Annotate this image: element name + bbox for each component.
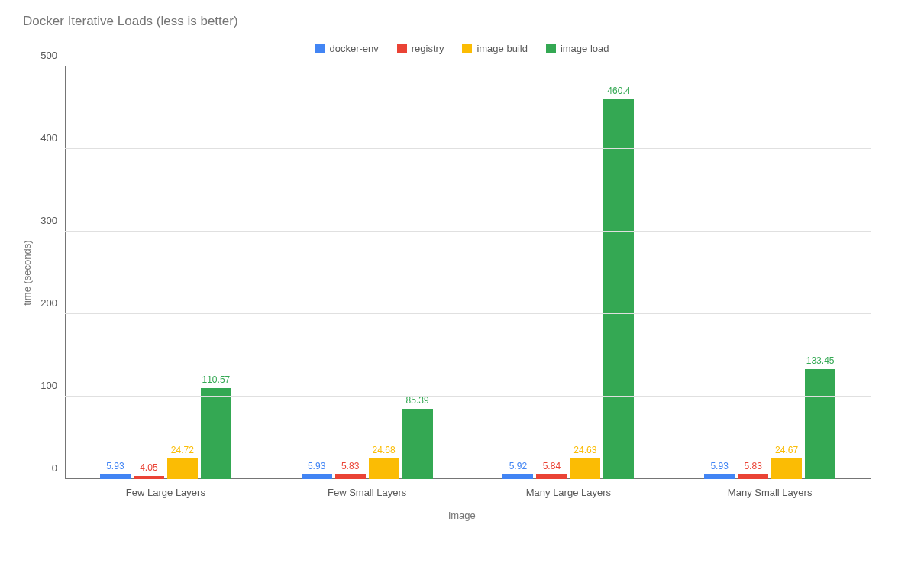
- y-axis-label: time (seconds): [21, 240, 33, 305]
- bar: 5.84: [536, 474, 567, 479]
- gridline: [65, 396, 871, 397]
- legend-item: image load: [546, 43, 609, 54]
- legend-swatch: [397, 44, 407, 53]
- bar-group: 5.935.8324.67133.45Many Small Layers: [669, 66, 871, 479]
- bar: 85.39: [402, 409, 433, 479]
- data-label: 24.68: [373, 445, 396, 455]
- category-label: Few Large Layers: [126, 487, 205, 498]
- legend-item: image build: [462, 43, 528, 54]
- category-label: Many Small Layers: [728, 487, 813, 498]
- y-tick-label: 0: [52, 462, 65, 474]
- bar: 24.72: [167, 458, 198, 479]
- legend-item: registry: [397, 43, 444, 54]
- legend-swatch: [546, 44, 556, 53]
- bar: 24.63: [570, 458, 600, 479]
- data-label: 4.05: [140, 462, 157, 473]
- bar: 5.83: [738, 474, 768, 479]
- bars-row: 5.925.8424.63460.4: [502, 66, 634, 479]
- bar: 5.92: [502, 474, 533, 479]
- gridline: [65, 231, 871, 232]
- data-label: 5.93: [308, 461, 325, 471]
- bar: 4.05: [134, 476, 164, 479]
- gridline: [65, 148, 871, 149]
- data-label: 5.83: [744, 461, 761, 471]
- y-tick-label: 300: [40, 215, 65, 226]
- gridline: [65, 313, 871, 314]
- bar-group: 5.935.8324.6885.39Few Small Layers: [267, 66, 468, 479]
- legend-item: docker-env: [315, 43, 378, 54]
- legend-label: registry: [412, 43, 444, 54]
- bar: 5.93: [704, 474, 735, 479]
- bar: 460.4: [603, 99, 634, 479]
- data-label: 24.72: [171, 445, 194, 455]
- legend-label: image build: [477, 43, 528, 54]
- data-label: 24.63: [573, 445, 596, 455]
- plot-area: time (seconds) 5.934.0524.72110.57Few La…: [65, 66, 871, 479]
- bar: 5.93: [100, 474, 131, 479]
- bar: 24.68: [369, 458, 399, 479]
- legend: docker-env registry image build image lo…: [23, 43, 901, 54]
- chart-title: Docker Iterative Loads (less is better): [23, 14, 901, 29]
- data-label: 5.92: [509, 461, 527, 471]
- chart-container: Docker Iterative Loads (less is better) …: [0, 0, 924, 570]
- bars-row: 5.935.8324.67133.45: [704, 66, 835, 479]
- bar: 5.93: [302, 474, 332, 479]
- bars-row: 5.935.8324.6885.39: [302, 66, 433, 479]
- category-label: Many Large Layers: [526, 487, 611, 498]
- x-axis-label: image: [23, 510, 901, 521]
- category-label: Few Small Layers: [328, 487, 406, 498]
- bar: 5.83: [335, 474, 366, 479]
- legend-label: docker-env: [329, 43, 378, 54]
- data-label: 24.67: [775, 445, 798, 455]
- data-label: 460.4: [607, 86, 630, 96]
- data-label: 133.45: [806, 355, 835, 366]
- bars-row: 5.934.0524.72110.57: [100, 66, 231, 479]
- bar-group: 5.925.8424.63460.4Many Large Layers: [468, 66, 670, 479]
- bar: 110.57: [201, 388, 231, 479]
- bar-group: 5.934.0524.72110.57Few Large Layers: [65, 66, 267, 479]
- bar-groups: 5.934.0524.72110.57Few Large Layers5.935…: [65, 66, 871, 479]
- y-tick-label: 400: [40, 132, 65, 144]
- legend-swatch: [462, 44, 472, 53]
- data-label: 5.93: [710, 461, 728, 471]
- y-tick-label: 200: [40, 297, 65, 309]
- bar: 24.67: [771, 458, 802, 479]
- legend-label: image load: [561, 43, 609, 54]
- bar: 133.45: [805, 369, 835, 479]
- data-label: 5.84: [543, 461, 561, 471]
- data-label: 5.93: [106, 461, 124, 471]
- data-label: 110.57: [202, 374, 231, 385]
- y-tick-label: 100: [40, 380, 65, 391]
- gridline: [65, 66, 871, 66]
- y-tick-label: 500: [40, 50, 65, 61]
- data-label: 5.83: [341, 461, 359, 471]
- legend-swatch: [315, 44, 325, 53]
